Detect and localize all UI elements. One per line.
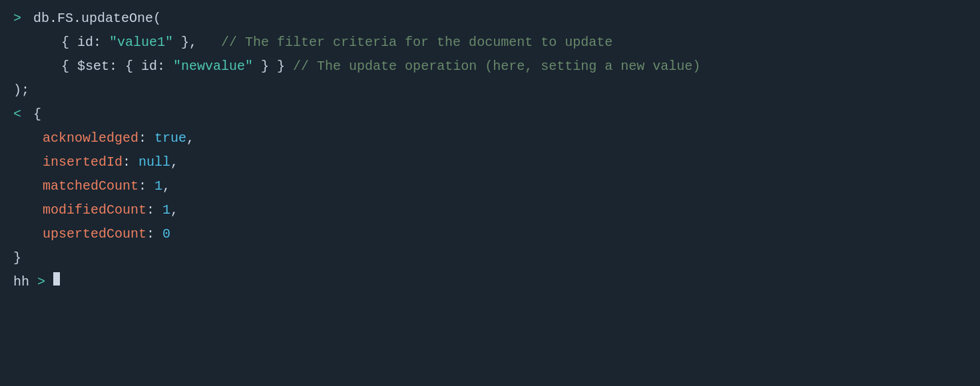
comma: , <box>186 128 194 149</box>
field-key: insertedId <box>13 152 122 173</box>
comma: , <box>170 152 178 173</box>
field-key: modifiedCount <box>13 200 146 221</box>
code-line-7: insertedId: null, <box>0 150 980 174</box>
code-text: { id: "value1" }, // The filter criteria… <box>13 32 612 53</box>
code-text: db.FS.updateOne( <box>25 8 161 29</box>
colon: : <box>122 152 138 173</box>
prompt-line[interactable]: hh > <box>0 270 980 294</box>
field-key: matchedCount <box>13 176 138 197</box>
close-brace: } <box>13 248 21 269</box>
input-prompt: > <box>13 8 21 29</box>
comma: , <box>162 176 170 197</box>
field-value: null <box>138 152 170 173</box>
colon: : <box>146 224 162 245</box>
comma: , <box>170 200 178 221</box>
output-prompt: < <box>13 104 21 125</box>
field-value: true <box>154 128 186 149</box>
code-text: { <box>25 104 41 125</box>
shell-prompt: hh <box>13 272 37 293</box>
code-text: { $set: { id: "newvalue" } } // The upda… <box>13 56 700 77</box>
field-key: acknowledged <box>13 128 138 149</box>
code-line-1: > db.FS.updateOne( <box>0 7 980 31</box>
code-line-9: modifiedCount: 1, <box>0 198 980 222</box>
field-value: 0 <box>162 224 170 245</box>
code-text: ); <box>13 80 29 101</box>
code-line-2: { id: "value1" }, // The filter criteria… <box>0 31 980 55</box>
code-line-4: ); <box>0 79 980 102</box>
field-value: 1 <box>154 176 162 197</box>
terminal: > db.FS.updateOne( { id: "value1" }, // … <box>0 0 980 386</box>
colon: : <box>138 176 154 197</box>
field-value: 1 <box>162 200 170 221</box>
code-line-10: upsertedCount: 0 <box>0 222 980 246</box>
colon: : <box>146 200 162 221</box>
prompt-space <box>45 272 53 293</box>
code-line-8: matchedCount: 1, <box>0 174 980 198</box>
cursor <box>53 272 60 286</box>
prompt-arrow-shell: > <box>37 272 45 293</box>
code-line-3: { $set: { id: "newvalue" } } // The upda… <box>0 55 980 79</box>
colon: : <box>138 128 154 149</box>
code-line-11: } <box>0 246 980 270</box>
code-line-5: < { <box>0 102 980 126</box>
code-line-6: acknowledged: true, <box>0 126 980 150</box>
field-key: upsertedCount <box>13 224 146 245</box>
